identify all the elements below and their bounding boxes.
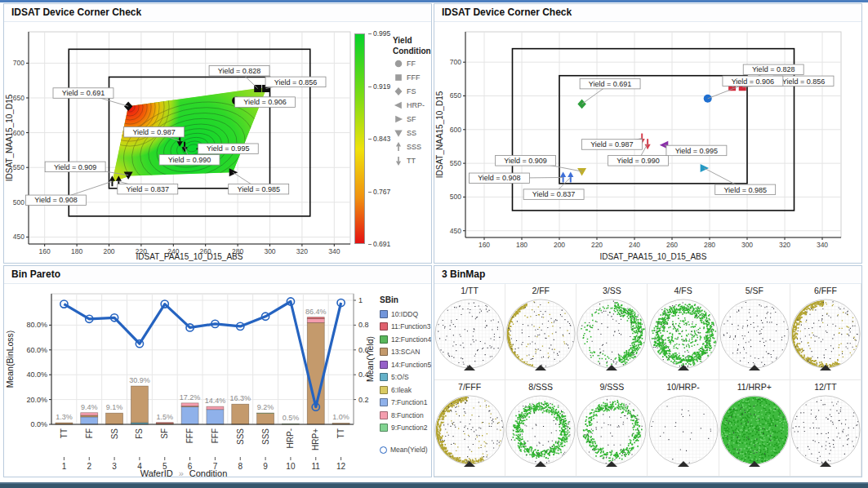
wafer-map[interactable]: [719, 296, 790, 378]
sbin-swatch-icon: [380, 411, 388, 419]
yield-annotation[interactable]: Yield = 0.995: [198, 144, 258, 154]
sbin-legend-item[interactable]: 13:SCAN: [380, 346, 429, 359]
bar-wafer-2[interactable]: [81, 413, 98, 424]
mean-yield-legend-item[interactable]: Mean(Yield): [380, 446, 429, 454]
binmap-cell[interactable]: 2/FF: [505, 284, 576, 380]
sbin-legend-item[interactable]: 5:O/S: [380, 371, 429, 384]
svg-text:280: 280: [704, 241, 715, 249]
bar-wafer-3[interactable]: [106, 413, 123, 424]
legend-item-tt[interactable]: TT: [393, 153, 431, 167]
binmap-cell[interactable]: 11/HRP+: [719, 380, 790, 477]
marker-circle-icon[interactable]: [395, 60, 403, 67]
binmap-cell[interactable]: 7/FFF: [434, 380, 505, 477]
wafer-map[interactable]: [576, 393, 647, 474]
yield-annotation[interactable]: Yield = 0.995: [665, 145, 727, 156]
svg-text:1.3%: 1.3%: [56, 413, 73, 421]
panel-bin-pareto: Bin Pareto 1.3%9.4%9.1%30.9%1.5%17.2%14.…: [3, 265, 432, 477]
sbin-legend-item[interactable]: 8:Function: [380, 409, 429, 422]
binmap-cell[interactable]: 4/FS: [648, 284, 719, 380]
marker-tri-down-icon[interactable]: [394, 130, 402, 136]
panel-title: Bin Pareto: [4, 266, 431, 284]
svg-text:1: 1: [62, 462, 67, 471]
marker-arrow-up-icon[interactable]: [396, 142, 401, 151]
bar-wafer-4[interactable]: [131, 386, 148, 424]
bar-wafer-11[interactable]: [307, 317, 324, 424]
wafer-map[interactable]: [790, 393, 861, 474]
colorbar-tick-label: 0.767: [368, 188, 390, 196]
panel-title: IDSAT Device Corner Check: [434, 4, 861, 22]
wafer-map[interactable]: [719, 393, 790, 474]
wafer-map[interactable]: [576, 296, 647, 378]
binmap-cell[interactable]: 6/FFF: [790, 284, 861, 380]
binmap-cell[interactable]: 10/HRP-: [648, 380, 719, 477]
colorbar-tick-label: 0.691: [368, 240, 390, 248]
svg-text:Yield = 0.995: Yield = 0.995: [207, 144, 249, 153]
svg-text:200: 200: [103, 247, 114, 255]
bar-wafer-8[interactable]: [232, 404, 249, 424]
bar-wafer-6[interactable]: [181, 403, 198, 424]
wafer-map[interactable]: [505, 393, 576, 474]
yield-annotation[interactable]: Yield = 0.856: [265, 77, 326, 88]
pareto-chart-canvas[interactable]: 1.3%9.4%9.1%30.9%1.5%17.2%14.4%16.3%9.2%…: [4, 284, 380, 477]
svg-text:IDSAT_PAA15_10_D15_ABS: IDSAT_PAA15_10_D15_ABS: [136, 252, 243, 261]
scatter-svg[interactable]: 1601802002202402602803003203404505005506…: [434, 22, 860, 262]
sbin-legend-item[interactable]: 14:Function5: [380, 358, 429, 371]
svg-text:Mean(Yield): Mean(Yield): [365, 336, 375, 382]
sbin-legend-item[interactable]: 10:IDDQ: [380, 308, 429, 321]
legend-item-fff[interactable]: FFF: [393, 70, 431, 84]
colorbar-tick-label: 0.843: [368, 135, 390, 143]
bar-wafer-7[interactable]: [207, 406, 224, 424]
svg-text:Yield = 0.906: Yield = 0.906: [243, 98, 286, 106]
svg-text:20.0%: 20.0%: [26, 396, 47, 404]
wafer-map[interactable]: [648, 296, 719, 378]
binmap-cell[interactable]: 3/SS: [576, 284, 648, 380]
svg-text:40.0%: 40.0%: [26, 370, 47, 379]
bar-wafer-9[interactable]: [257, 413, 274, 424]
scatter-plot-canvas[interactable]: 1601802002202402602803003203404505005506…: [434, 22, 860, 264]
sbin-swatch-icon: [380, 424, 388, 432]
svg-text:Yield = 0.828: Yield = 0.828: [752, 65, 795, 73]
legend-item-hrp-[interactable]: HRP-: [393, 98, 431, 112]
yield-annotation[interactable]: Yield = 0.987: [581, 139, 642, 150]
wafer-map[interactable]: [648, 393, 719, 474]
marker-arrow-down-icon[interactable]: [396, 156, 401, 165]
svg-text:Yield = 0.856: Yield = 0.856: [274, 78, 317, 87]
binmap-cell[interactable]: 5/SF: [719, 284, 790, 380]
wafer-map[interactable]: [790, 296, 861, 378]
pareto-svg[interactable]: 1.3%9.4%9.1%30.9%1.5%17.2%14.4%16.3%9.2%…: [4, 284, 380, 477]
sbin-item-label: 12:Function4: [391, 335, 431, 344]
marker-tri-left-icon[interactable]: [394, 101, 402, 109]
sbin-legend-item[interactable]: 11:Function3: [380, 321, 429, 334]
binmap-cell[interactable]: 8/SSS: [505, 380, 576, 477]
wafer-map[interactable]: [434, 393, 505, 474]
legend-item-sf[interactable]: SF: [393, 112, 431, 126]
contour-svg[interactable]: 1601802002202402602803003203404505005506…: [4, 22, 352, 262]
panel-title: 3 BinMap: [434, 266, 861, 284]
marker-diamond-icon[interactable]: [395, 87, 403, 95]
wafer-map[interactable]: [434, 296, 505, 378]
svg-text:450: 450: [450, 227, 461, 235]
legend-item-sss[interactable]: SSS: [393, 140, 431, 153]
svg-text:700: 700: [13, 59, 24, 67]
sbin-swatch-icon: [380, 398, 388, 406]
svg-text:Mean(BinLoss): Mean(BinLoss): [5, 331, 15, 388]
sbin-legend-item[interactable]: 12:Function4: [380, 333, 429, 346]
binmap-cell[interactable]: 9/SSS: [576, 380, 648, 477]
marker-tri-right-icon[interactable]: [395, 115, 403, 122]
contour-plot-canvas[interactable]: 1601802002202402602803003203404505005506…: [4, 22, 352, 264]
legend-item-ss[interactable]: SS: [393, 126, 431, 140]
binmap-cell[interactable]: 12/TT: [790, 380, 861, 477]
sbin-legend-item[interactable]: 7:Function1: [380, 397, 429, 410]
legend-item-ff[interactable]: FF: [393, 56, 431, 70]
marker-square-icon[interactable]: [395, 74, 402, 81]
wafer-map[interactable]: [505, 296, 576, 378]
sbin-swatch-icon: [380, 335, 388, 344]
sbin-legend-item[interactable]: 9:Function2: [380, 422, 429, 435]
legend-item-fs[interactable]: FS: [393, 84, 431, 98]
sbin-legend-item[interactable]: 6:Ileak: [380, 384, 429, 397]
sbin-legend-title: SBin: [380, 295, 429, 304]
binmap-cell[interactable]: 1/TT: [434, 284, 505, 380]
yield-annotation[interactable]: Yield = 0.906: [235, 97, 296, 108]
panel-corner-scatter: IDSAT Device Corner Check 16018020022024…: [434, 3, 862, 264]
binmap-body: 1/TT2/FF3/SS4/FS5/SF6/FFF7/FFF8/SSS9/SSS…: [434, 284, 861, 477]
